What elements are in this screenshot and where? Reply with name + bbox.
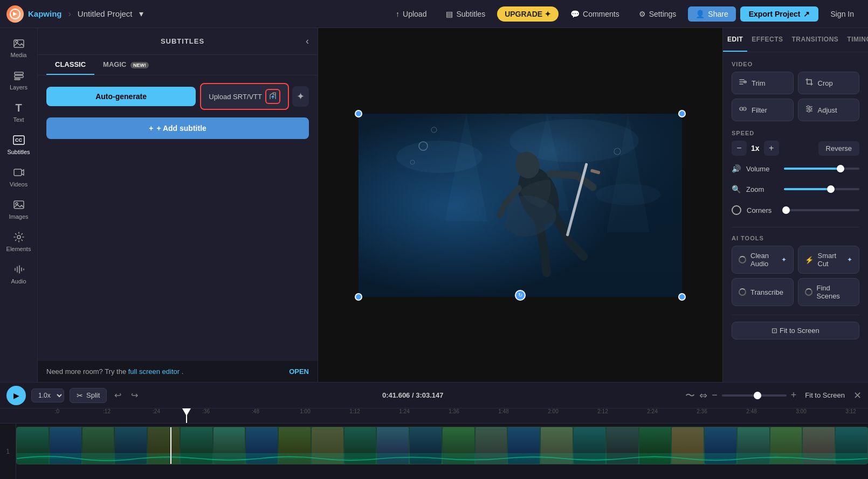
- ruler-mark-212: 2:12: [578, 408, 628, 414]
- corners-slider[interactable]: [784, 209, 859, 211]
- sidebar-item-audio[interactable]: Audio: [3, 259, 35, 289]
- redo-button[interactable]: ↪: [129, 388, 140, 402]
- open-fullscreen-button[interactable]: OPEN: [289, 367, 309, 376]
- zoom-slider-timeline[interactable]: [722, 394, 787, 397]
- media-icon: [12, 37, 25, 50]
- audio-icon: [12, 263, 25, 276]
- nav-separator: ›: [68, 9, 71, 19]
- ruler-mark-136: 1:36: [429, 408, 479, 414]
- ruler-mark-124: 1:24: [380, 408, 429, 414]
- track-area: 1: [0, 424, 868, 479]
- play-button[interactable]: ▶: [6, 386, 26, 405]
- subtitles-nav-button[interactable]: ▤ Subtitles: [438, 6, 493, 22]
- right-panel-tabs: EDIT EFFECTS TRANSITIONS TIMING: [723, 28, 868, 52]
- brand-link[interactable]: Kapwing: [28, 9, 62, 18]
- zoom-label: Zoom: [746, 185, 779, 193]
- undo-button[interactable]: ↩: [112, 388, 123, 402]
- speed-increase-button[interactable]: +: [764, 141, 779, 156]
- zoom-in-button[interactable]: +: [791, 390, 797, 401]
- tab-edit[interactable]: EDIT: [723, 28, 747, 52]
- speed-decrease-button[interactable]: −: [732, 141, 747, 156]
- sidebar-item-videos[interactable]: Videos: [3, 162, 35, 192]
- main-area: Media Layers T Text CC Subti: [0, 28, 868, 382]
- fit-screen-icon: ⊡: [771, 327, 780, 335]
- handle-top-right[interactable]: [678, 110, 686, 117]
- crop-button[interactable]: Crop: [798, 72, 860, 94]
- track-number-1: 1: [0, 424, 16, 479]
- upgrade-button[interactable]: UPGRADE ✦: [497, 6, 559, 22]
- svg-point-35: [808, 110, 810, 112]
- ruler-mark-312: 3:12: [826, 408, 868, 414]
- autogenerate-button[interactable]: Auto-generate: [46, 87, 196, 106]
- trim-button[interactable]: Trim: [732, 72, 794, 94]
- layers-icon: [12, 69, 25, 82]
- transcribe-button[interactable]: Transcribe: [732, 278, 794, 306]
- tab-transitions[interactable]: TRANSITIONS: [788, 28, 843, 52]
- canvas-area[interactable]: ↻: [318, 28, 722, 382]
- project-name: Untitled Project: [78, 9, 133, 18]
- share-button[interactable]: 👤 Share: [688, 6, 735, 22]
- clean-audio-button[interactable]: Clean Audio ✦: [732, 246, 794, 274]
- sidebar-item-media[interactable]: Media: [3, 32, 35, 63]
- handle-top-left[interactable]: [355, 110, 362, 117]
- app-logo: [6, 5, 24, 23]
- comments-button[interactable]: 💬 Comments: [563, 6, 627, 22]
- upload-file-icon: [265, 89, 280, 104]
- magic-icon-button[interactable]: ✦: [292, 86, 309, 107]
- track-content[interactable]: [16, 424, 868, 479]
- fit-to-screen-button[interactable]: ⊡ Fit to Screen: [732, 322, 859, 339]
- smart-cut-button[interactable]: ⚡ Smart Cut ✦: [798, 246, 860, 274]
- ruler-mark-200: 2:00: [528, 408, 578, 414]
- clean-audio-sparkle-icon: ✦: [781, 256, 787, 263]
- adjust-button[interactable]: Adjust: [798, 99, 860, 121]
- sidebar-item-images[interactable]: Images: [3, 194, 35, 224]
- upload-icon: ↑: [396, 10, 399, 18]
- svg-rect-3: [15, 72, 23, 74]
- video-scene-svg: [359, 114, 682, 297]
- handle-bottom-right[interactable]: [678, 293, 686, 301]
- project-dropdown-arrow[interactable]: ▾: [139, 9, 143, 19]
- sidebar-item-elements[interactable]: Elements: [3, 226, 35, 256]
- zoom-out-button[interactable]: −: [712, 390, 718, 401]
- speed-select[interactable]: 1.0x 0.5x 1.5x 2.0x: [31, 388, 64, 402]
- tab-classic[interactable]: CLASSIC: [46, 55, 94, 75]
- subtitles-icon: CC: [12, 134, 25, 147]
- video-track[interactable]: [16, 427, 868, 464]
- ruler-mark-112: 1:12: [330, 408, 380, 414]
- zoom-slider[interactable]: [784, 188, 859, 190]
- handle-bottom-center[interactable]: ↻: [515, 290, 526, 301]
- sidebar-item-layers[interactable]: Layers: [3, 65, 35, 95]
- sidebar-item-subtitles[interactable]: CC Subtitles: [3, 129, 35, 159]
- volume-thumb[interactable]: [837, 165, 844, 172]
- sidebar-item-text[interactable]: T Text: [3, 97, 35, 127]
- svg-point-2: [16, 40, 18, 43]
- split-button[interactable]: ✂ Split: [70, 388, 107, 403]
- zoom-thumb[interactable]: [827, 185, 835, 193]
- fullscreen-editor-link[interactable]: full screen editor: [128, 367, 180, 376]
- filter-button[interactable]: Filter: [732, 99, 794, 121]
- text-icon: T: [12, 101, 25, 114]
- fit-to-screen-timeline-button[interactable]: Fit to Screen: [801, 389, 849, 401]
- tab-magic[interactable]: MAGIC NEW!: [94, 55, 157, 75]
- signin-button[interactable]: Sign In: [823, 6, 862, 22]
- video-section-label: VIDEO: [732, 61, 859, 67]
- settings-button[interactable]: ⚙ Settings: [631, 6, 684, 22]
- panel-close-button[interactable]: ‹: [306, 36, 309, 47]
- volume-fill: [784, 168, 841, 170]
- corners-thumb[interactable]: [782, 206, 790, 214]
- volume-slider[interactable]: [784, 168, 859, 170]
- tab-timing[interactable]: TIMING: [843, 28, 868, 52]
- find-scenes-button[interactable]: Find Scenes: [798, 278, 860, 306]
- reverse-button[interactable]: Reverse: [818, 141, 859, 156]
- upload-button[interactable]: ↑ Upload: [388, 6, 434, 22]
- handle-bottom-left[interactable]: [355, 293, 362, 301]
- tab-effects[interactable]: EFFECTS: [747, 28, 787, 52]
- upload-srt-button[interactable]: Upload SRT/VTT: [200, 83, 289, 110]
- close-timeline-button[interactable]: ✕: [853, 390, 862, 401]
- add-subtitle-button[interactable]: + + Add subtitle: [46, 117, 309, 139]
- corners-label: Corners: [747, 206, 779, 214]
- corners-slider-row: Corners: [732, 205, 859, 215]
- ai-tools-grid: Clean Audio ✦ ⚡ Smart Cut ✦ Transcribe: [732, 246, 859, 306]
- export-button[interactable]: Export Project ↗: [740, 6, 819, 22]
- playhead-track-line: [170, 427, 171, 464]
